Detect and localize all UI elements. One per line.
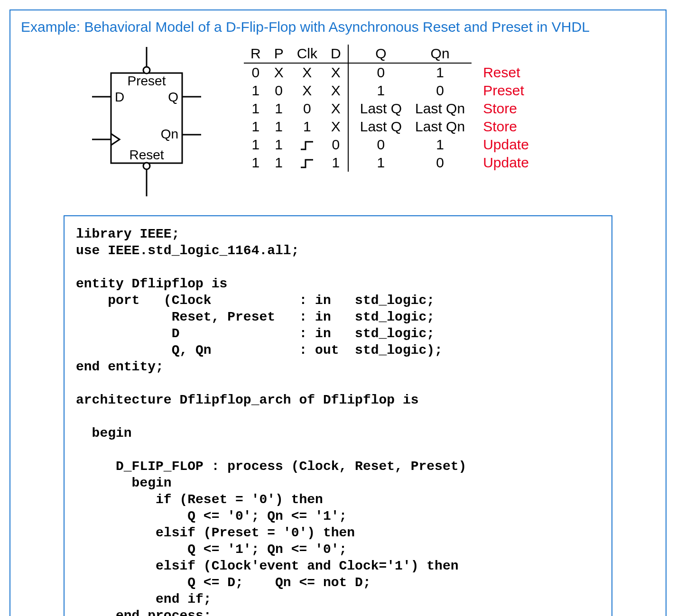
cell-r: 1: [244, 100, 268, 118]
cell-qn: Last Qn: [408, 100, 472, 118]
cell-comment: Update: [472, 154, 536, 172]
cell-q: 0: [348, 136, 408, 154]
flipflop-schematic: Preset Reset D Q Qn: [64, 45, 215, 201]
cell-d: 1: [324, 154, 348, 172]
cell-d: X: [324, 118, 348, 136]
table-row: 110XLast QLast QnStore: [244, 100, 536, 118]
table-row: 10XX10Preset: [244, 82, 536, 100]
cell-clk: 1: [290, 118, 324, 136]
cell-r: 1: [244, 154, 268, 172]
cell-q: Last Q: [348, 100, 408, 118]
label-d: D: [115, 90, 124, 104]
example-panel: Example: Behavioral Model of a D-Flip-Fl…: [9, 9, 667, 616]
vhdl-code: library IEEE; use IEEE.std_logic_1164.al…: [64, 215, 612, 616]
th-p: P: [268, 45, 290, 63]
label-q: Q: [168, 90, 178, 104]
th-d: D: [324, 45, 348, 63]
cell-q: 1: [348, 82, 408, 100]
cell-p: 1: [268, 118, 290, 136]
cell-comment: Store: [472, 118, 536, 136]
cell-q: 1: [348, 154, 408, 172]
table-row: 0XXX01Reset: [244, 63, 536, 82]
th-clk: Clk: [290, 45, 324, 63]
cell-clk: X: [290, 82, 324, 100]
cell-p: 0: [268, 82, 290, 100]
table-row: 111XLast QLast QnStore: [244, 118, 536, 136]
top-row: Preset Reset D Q Qn R P Clk D Q Qn: [21, 45, 655, 201]
label-reset: Reset: [129, 147, 164, 162]
label-preset: Preset: [128, 74, 166, 88]
cell-r: 1: [244, 136, 268, 154]
cell-d: X: [324, 63, 348, 82]
table-row: 11001Update: [244, 136, 536, 154]
cell-p: 1: [268, 136, 290, 154]
cell-d: X: [324, 100, 348, 118]
cell-qn: 1: [408, 136, 472, 154]
cell-d: 0: [324, 136, 348, 154]
truth-table: R P Clk D Q Qn 0XXX01Reset10XX10Preset11…: [244, 45, 536, 172]
cell-comment: Preset: [472, 82, 536, 100]
example-title: Example: Behavioral Model of a D-Flip-Fl…: [21, 19, 655, 35]
cell-qn: 0: [408, 154, 472, 172]
cell-qn: 0: [408, 82, 472, 100]
cell-clk: 0: [290, 100, 324, 118]
cell-p: 1: [268, 100, 290, 118]
cell-q: Last Q: [348, 118, 408, 136]
table-row: 11110Update: [244, 154, 536, 172]
th-r: R: [244, 45, 268, 63]
cell-clk: [290, 136, 324, 154]
cell-r: 0: [244, 63, 268, 82]
cell-comment: Reset: [472, 63, 536, 82]
cell-comment: Store: [472, 100, 536, 118]
cell-r: 1: [244, 82, 268, 100]
label-qn: Qn: [161, 127, 178, 141]
th-q: Q: [348, 45, 408, 63]
cell-d: X: [324, 82, 348, 100]
cell-p: X: [268, 63, 290, 82]
cell-clk: [290, 154, 324, 172]
cell-comment: Update: [472, 136, 536, 154]
cell-q: 0: [348, 63, 408, 82]
svg-point-4: [143, 163, 150, 169]
th-qn: Qn: [408, 45, 472, 63]
svg-point-2: [143, 67, 150, 74]
cell-p: 1: [268, 154, 290, 172]
cell-qn: 1: [408, 63, 472, 82]
cell-qn: Last Qn: [408, 118, 472, 136]
th-comment: [472, 45, 536, 63]
cell-r: 1: [244, 118, 268, 136]
cell-clk: X: [290, 63, 324, 82]
